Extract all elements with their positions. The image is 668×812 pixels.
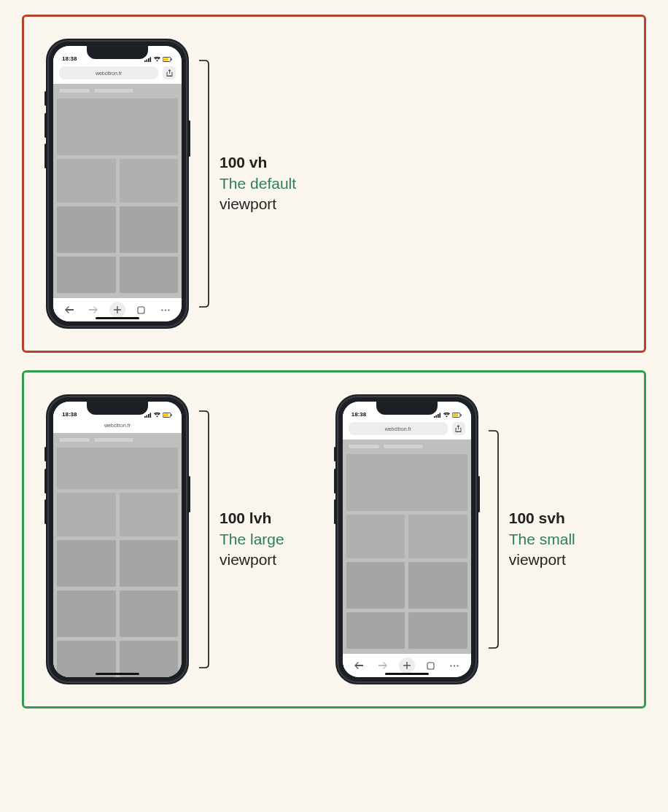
phone-screen: 18:38 webcitron.fr <box>343 402 471 677</box>
measure-bracket <box>199 410 209 668</box>
url-field[interactable]: webcitron.fr <box>349 422 448 435</box>
tabs-button[interactable] <box>423 657 439 674</box>
unit-block-svh: 18:38 webcitron.fr <box>335 394 575 684</box>
side-button <box>44 113 47 138</box>
svg-rect-18 <box>434 416 435 418</box>
unit-viewport-word: viewport <box>220 550 284 570</box>
skeleton-text <box>57 89 178 95</box>
unit-block-vh: 18:38 webcitron.fr <box>46 39 296 329</box>
svg-rect-11 <box>144 416 146 418</box>
dots-icon <box>161 309 170 311</box>
arrow-right-icon <box>89 306 98 313</box>
more-button[interactable] <box>158 302 174 318</box>
address-bar: webcitron.fr <box>343 419 471 440</box>
url-text: webcitron.fr <box>385 426 411 432</box>
phone-lvh: 18:38 webcitron.fr <box>46 394 189 684</box>
share-button[interactable] <box>452 422 465 435</box>
side-button <box>44 144 47 168</box>
skeleton-card <box>346 454 467 511</box>
plus-icon <box>114 306 121 313</box>
svg-rect-24 <box>460 414 461 415</box>
tabs-icon <box>427 662 435 670</box>
url-text: webcitron.fr <box>104 423 131 428</box>
url-field[interactable]: webcitron.fr <box>59 66 158 79</box>
tabs-button[interactable] <box>133 302 149 318</box>
unit-label: 100 vh <box>220 152 296 173</box>
svg-rect-20 <box>438 414 439 418</box>
back-button[interactable] <box>61 302 77 318</box>
wifi-icon <box>154 57 160 62</box>
svg-rect-1 <box>147 60 148 63</box>
svg-rect-5 <box>163 58 168 61</box>
side-button <box>334 499 336 524</box>
unit-label: 100 lvh <box>220 508 284 528</box>
skeleton-row <box>346 515 467 558</box>
svg-rect-16 <box>163 414 168 417</box>
side-button <box>44 447 47 461</box>
side-button <box>44 91 47 106</box>
signal-icon <box>434 413 441 418</box>
skeleton-card <box>57 448 178 489</box>
tabs-icon <box>137 306 145 314</box>
page-content <box>343 440 471 654</box>
caption-lvh: 100 lvh The large viewport <box>220 508 284 570</box>
phone-notch <box>87 402 148 415</box>
page-content <box>53 84 182 298</box>
more-button[interactable] <box>446 657 462 674</box>
svg-rect-6 <box>171 58 172 60</box>
forward-button[interactable] <box>375 657 391 674</box>
svg-rect-14 <box>150 413 152 418</box>
status-indicators <box>144 413 173 418</box>
arrow-left-icon <box>354 662 363 669</box>
dots-icon <box>450 665 459 667</box>
skeleton-row <box>57 159 178 203</box>
share-icon <box>455 425 462 432</box>
svg-rect-17 <box>171 414 172 415</box>
unit-desc: The large <box>220 529 284 550</box>
forward-button[interactable] <box>85 302 101 318</box>
skeleton-row <box>346 562 467 609</box>
side-button <box>44 469 47 493</box>
svg-rect-13 <box>148 414 149 418</box>
wifi-icon <box>443 413 450 418</box>
status-time: 18:38 <box>352 411 366 418</box>
unit-desc: The default <box>220 173 296 194</box>
skeleton-row <box>57 493 178 536</box>
svg-rect-12 <box>147 415 148 418</box>
svg-point-26 <box>451 665 452 666</box>
side-button <box>44 499 47 524</box>
svg-rect-3 <box>150 58 152 63</box>
new-tab-button[interactable] <box>399 657 415 674</box>
unit-label: 100 svh <box>509 508 575 528</box>
skeleton-row <box>57 206 178 253</box>
url-field[interactable]: webcitron.fr <box>59 421 176 429</box>
phone-notch <box>87 46 148 59</box>
phone-screen: 18:38 webcitron.fr <box>53 402 182 677</box>
status-indicators <box>434 413 462 418</box>
caption-vh: 100 vh The default viewport <box>220 152 296 214</box>
address-bar-collapsed: webcitron.fr <box>53 419 182 433</box>
home-indicator <box>96 317 139 319</box>
unit-desc: The small <box>509 529 575 550</box>
back-button[interactable] <box>351 657 367 674</box>
svg-rect-7 <box>138 307 144 313</box>
side-button <box>188 476 190 512</box>
share-button[interactable] <box>163 66 176 79</box>
arrow-left-icon <box>65 306 74 313</box>
signal-icon <box>144 413 152 418</box>
plus-icon <box>403 662 411 669</box>
svg-point-27 <box>454 665 455 666</box>
svg-point-8 <box>161 309 163 311</box>
skeleton-text <box>57 438 178 444</box>
skeleton-card <box>57 98 178 155</box>
unit-viewport-word: viewport <box>220 194 296 214</box>
svg-rect-19 <box>435 415 437 418</box>
skeleton-row <box>346 612 467 649</box>
status-indicators <box>144 57 173 62</box>
side-button <box>188 120 190 157</box>
svg-rect-23 <box>453 414 458 417</box>
measure-bracket <box>489 430 499 649</box>
phone-vh: 18:38 webcitron.fr <box>46 39 189 329</box>
new-tab-button[interactable] <box>109 302 125 318</box>
status-time: 18:38 <box>62 55 77 62</box>
